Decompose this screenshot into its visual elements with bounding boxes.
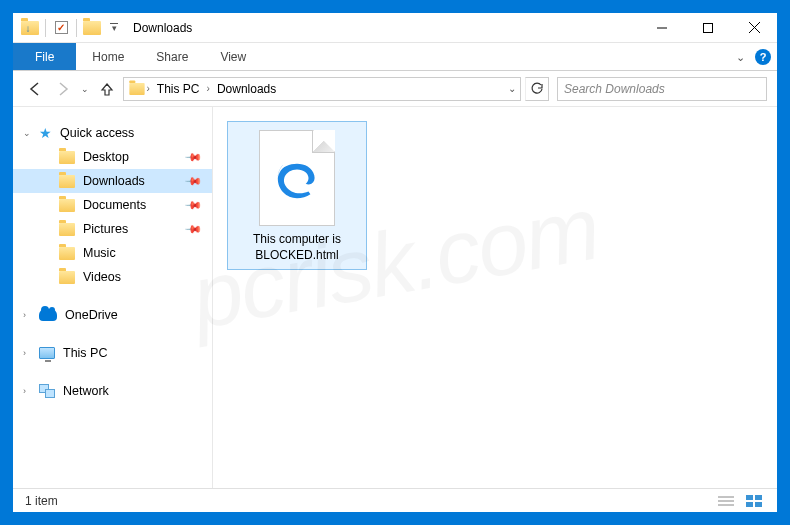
ribbon: File Home Share View ⌄ ? [13,43,777,71]
search-input[interactable]: Search Downloads [557,77,767,101]
up-button[interactable] [95,77,119,101]
folder-icon [59,199,75,212]
file-name: This computer is BLOCKED.html [232,232,362,263]
breadcrumb-dropdown-icon[interactable]: ⌄ [508,83,516,94]
svg-rect-1 [704,23,713,32]
folder-icon [59,175,75,188]
refresh-button[interactable] [525,77,549,101]
sidebar-this-pc[interactable]: › This PC [13,341,212,365]
onedrive-icon [39,309,57,321]
folder-icon [59,223,75,236]
chevron-right-icon: › [147,83,150,94]
sidebar-network[interactable]: › Network [13,379,212,403]
chevron-down-icon[interactable]: ⌄ [23,128,31,138]
svg-rect-10 [755,502,762,507]
breadcrumb[interactable]: ↓ › This PC › Downloads ⌄ [123,77,521,101]
chevron-right-icon[interactable]: › [23,310,26,320]
network-icon [39,384,55,398]
chevron-right-icon[interactable]: › [23,386,26,396]
status-bar: 1 item [13,488,777,512]
address-bar: ⌄ ↓ › This PC › Downloads ⌄ Search Downl… [13,71,777,107]
navigation-pane: ⌄ ★ Quick access Desktop 📌 Downloads 📌 D… [13,107,213,488]
file-item[interactable]: This computer is BLOCKED.html [227,121,367,270]
back-button[interactable] [23,77,47,101]
details-view-button[interactable] [715,493,737,509]
tab-home[interactable]: Home [76,43,140,70]
folder-icon [59,271,75,284]
sidebar-item-pictures[interactable]: Pictures 📌 [13,217,212,241]
quick-access-toolbar: ↓ ✓ ▾ [13,17,125,39]
sidebar-item-videos[interactable]: Videos [13,265,212,289]
edge-icon [274,155,320,201]
folder-icon [59,151,75,164]
qat-dropdown-icon[interactable]: ▾ [103,17,125,39]
file-list[interactable]: This computer is BLOCKED.html [213,107,777,488]
item-count: 1 item [25,494,58,508]
breadcrumb-this-pc[interactable]: This PC [154,82,203,96]
folder-icon [59,247,75,260]
pin-icon: 📌 [183,195,202,214]
icons-view-button[interactable] [743,493,765,509]
tab-file[interactable]: File [13,43,76,70]
tab-share[interactable]: Share [140,43,204,70]
explorer-window: ↓ ✓ ▾ Downloads File Home [13,13,777,512]
window-title: Downloads [133,21,192,35]
chevron-right-icon: › [207,83,210,94]
breadcrumb-downloads[interactable]: Downloads [214,82,279,96]
star-icon: ★ [39,125,52,141]
svg-rect-8 [755,495,762,500]
svg-rect-7 [746,495,753,500]
pin-icon: 📌 [183,171,202,190]
sidebar-item-desktop[interactable]: Desktop 📌 [13,145,212,169]
recent-dropdown-icon[interactable]: ⌄ [79,77,91,101]
folder-icon[interactable] [81,17,103,39]
forward-button[interactable] [51,77,75,101]
chevron-right-icon[interactable]: › [23,348,26,358]
properties-icon[interactable]: ✓ [50,17,72,39]
sidebar-onedrive[interactable]: › OneDrive [13,303,212,327]
maximize-button[interactable] [685,13,731,43]
titlebar: ↓ ✓ ▾ Downloads [13,13,777,43]
html-file-icon [259,130,335,226]
sidebar-quick-access[interactable]: ⌄ ★ Quick access [13,121,212,145]
sidebar-item-music[interactable]: Music [13,241,212,265]
sidebar-item-documents[interactable]: Documents 📌 [13,193,212,217]
ribbon-collapse-icon[interactable]: ⌄ [736,51,745,64]
pin-icon: 📌 [183,219,202,238]
monitor-icon [39,347,55,359]
app-icon[interactable]: ↓ [19,17,41,39]
tab-view[interactable]: View [204,43,262,70]
pin-icon: 📌 [183,147,202,166]
svg-rect-9 [746,502,753,507]
close-button[interactable] [731,13,777,43]
help-icon[interactable]: ? [755,49,771,65]
sidebar-item-downloads[interactable]: Downloads 📌 [13,169,212,193]
minimize-button[interactable] [639,13,685,43]
